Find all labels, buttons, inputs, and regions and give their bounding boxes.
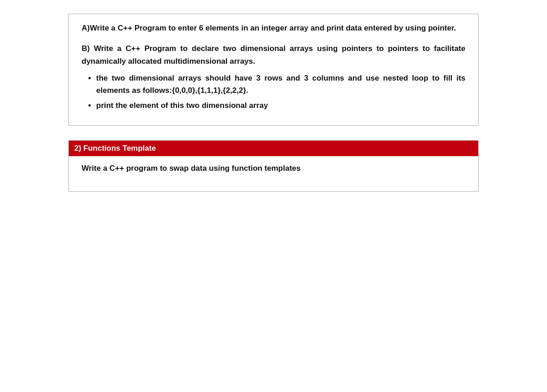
bullet-item-1: the two dimensional arrays should have 3… bbox=[96, 72, 465, 97]
section2-header: 2) Functions Template bbox=[69, 141, 478, 156]
question-a: A)Write a C++ Program to enter 6 element… bbox=[82, 22, 465, 34]
section2-description: Write a C++ program to swap data using f… bbox=[82, 163, 478, 174]
bullet-item-2: print the element of this two dimensiona… bbox=[96, 99, 465, 112]
question-b-header: B) Write a C++ Program to declare two di… bbox=[82, 42, 465, 67]
page-container: A)Write a C++ Program to enter 6 element… bbox=[68, 9, 479, 205]
section2-box: 2) Functions Template Write a C++ progra… bbox=[68, 140, 479, 191]
section2-content: 2) Functions Template Write a C++ progra… bbox=[69, 141, 478, 174]
bullet-list: the two dimensional arrays should have 3… bbox=[96, 72, 465, 112]
section1-box: A)Write a C++ Program to enter 6 element… bbox=[68, 14, 479, 126]
